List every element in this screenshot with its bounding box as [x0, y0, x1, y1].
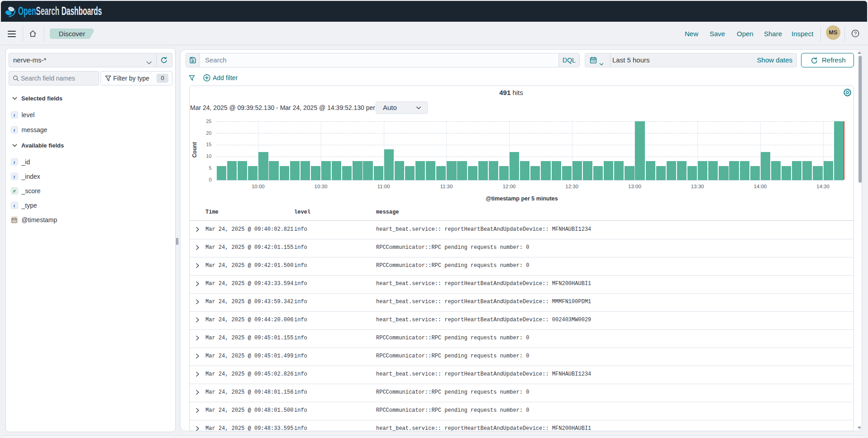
- svg-text:?: ?: [854, 31, 857, 36]
